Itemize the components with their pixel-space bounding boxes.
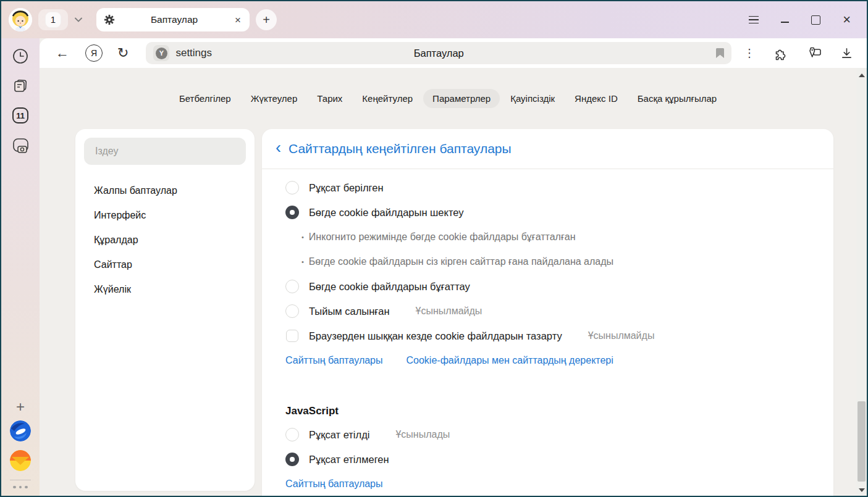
settings-nav-tabs: БетбелгілерЖүктеулерТарихКеңейтулерПарам…	[40, 89, 856, 108]
extensions-puzzle-icon[interactable]	[773, 46, 788, 61]
option-note: Ұсынылады	[395, 429, 450, 440]
radio-unchecked[interactable]	[285, 428, 299, 441]
option-label: Тыйым салынған	[309, 306, 390, 317]
tab-counter-value: 1	[45, 12, 61, 28]
option-note: Ұсынылмайды	[416, 306, 482, 317]
radio-unchecked[interactable]	[285, 304, 299, 318]
option-detail: •Инкогнито режимінде бөгде cookie файлда…	[285, 225, 809, 249]
rail-divider	[10, 480, 31, 480]
refresh-button[interactable]: ↻	[117, 45, 129, 61]
tab-count-text: 11	[16, 111, 25, 120]
page-title[interactable]: Сайттардың кеңейтілген баптаулары	[289, 141, 512, 156]
javascript-options-group: Рұқсат етілдіҰсыныладыРұқсат етілмеген	[285, 422, 809, 472]
titlebar: 1 Баптаулар × +	[1, 1, 867, 38]
nav-tab-5[interactable]: Қауіпсіздік	[501, 89, 564, 108]
nav-tab-7[interactable]: Басқа құрылғылар	[628, 89, 726, 108]
option-label: Рұқсат берілген	[309, 182, 384, 194]
scroll-up-icon[interactable]	[859, 73, 865, 77]
yandex-browser-logo-icon[interactable]	[10, 420, 31, 441]
notes-icon[interactable]	[11, 76, 30, 96]
address-bar[interactable]: Y settings Баптаулар	[146, 42, 731, 64]
radio-option-row[interactable]: Бөгде cookie файлдарын шектеу	[285, 200, 809, 225]
scrollbar-thumb[interactable]	[857, 401, 866, 482]
nav-tab-3[interactable]: Кеңейтулер	[353, 89, 422, 108]
option-detail: •Бөгде cookie файлдарын сіз кірген сайтт…	[285, 249, 809, 274]
bullet-icon: •	[301, 258, 304, 265]
maximize-icon[interactable]	[811, 15, 820, 25]
tab-close-icon[interactable]: ×	[234, 14, 242, 27]
minimize-icon[interactable]	[781, 22, 789, 23]
plus-icon: +	[16, 398, 25, 416]
sidebar-item-0[interactable]: Жалпы баптаулар	[84, 178, 246, 203]
user-avatar[interactable]	[9, 8, 32, 31]
toolbar: ← Я ↻ Y settings Баптаулар ⋮	[40, 38, 867, 68]
gear-icon	[104, 14, 115, 25]
address-bar-page-title: Баптаулар	[146, 48, 731, 59]
radio-option-row[interactable]: Рұқсат етілмеген	[285, 447, 809, 472]
checkbox-option-row[interactable]: Браузерден шыққан кезде cookie файлдарын…	[285, 324, 809, 348]
radio-option-row[interactable]: Рұқсат етілдіҰсынылады	[285, 422, 809, 447]
search-box[interactable]	[84, 138, 246, 165]
back-button[interactable]: ←	[56, 45, 69, 61]
tab-list-chevron-down-icon[interactable]	[70, 12, 86, 28]
all-tabs-badge[interactable]: 11	[11, 106, 30, 125]
downloads-icon[interactable]	[840, 47, 853, 60]
radio-unchecked[interactable]	[285, 280, 299, 293]
side-rail: 11 +	[1, 38, 40, 496]
site-settings-link[interactable]: Сайттың баптаулары	[285, 478, 383, 490]
back-chevron-icon[interactable]: ‹	[276, 140, 281, 156]
cookie-link-1[interactable]: Cookie-файлдары мен сайттардың деректері	[407, 355, 613, 366]
cookie-link-0[interactable]: Сайттың баптаулары	[285, 355, 383, 366]
rail-add-button[interactable]: +	[11, 397, 30, 417]
settings-sidebar: Жалпы баптауларИнтерфейсҚұралдарСайттарЖ…	[75, 129, 255, 491]
active-tab[interactable]: Баптаулар ×	[96, 8, 250, 31]
screenshot-camera-icon[interactable]	[11, 135, 30, 155]
nav-tab-6[interactable]: Яндекс ID	[565, 89, 627, 108]
plus-icon: +	[263, 13, 270, 27]
panel-content: Рұқсат берілгенБөгде cookie файлдарын ше…	[262, 169, 833, 496]
yandex-home-button[interactable]: Я	[85, 44, 103, 62]
window-controls: ×	[749, 13, 851, 27]
radio-option-row[interactable]: Бөгде cookie файлдарын бұғаттау	[285, 274, 809, 299]
bullet-icon: •	[301, 233, 304, 241]
javascript-section-heading: JavaScript	[285, 404, 809, 419]
cookie-links-row: Сайттың баптауларыCookie-файлдары мен са…	[285, 348, 809, 373]
search-input[interactable]	[94, 145, 234, 157]
cookie-options-group: Рұқсат берілгенБөгде cookie файлдарын ше…	[285, 175, 809, 348]
radio-unchecked[interactable]	[285, 181, 299, 194]
close-window-icon[interactable]: ×	[843, 13, 851, 27]
scroll-down-icon[interactable]	[859, 488, 865, 492]
site-favicon-letter: Y	[156, 48, 167, 59]
nav-tab-4-active[interactable]: Параметрлер	[423, 89, 500, 108]
url-text: settings	[175, 47, 212, 59]
sidebar-item-4[interactable]: Жүйелік	[84, 277, 246, 302]
bookmark-flag-icon[interactable]	[716, 48, 724, 58]
radio-checked[interactable]	[285, 453, 299, 466]
radio-option-row[interactable]: Рұқсат берілген	[285, 175, 809, 200]
settings-page: БетбелгілерЖүктеулерТарихКеңейтулерПарам…	[40, 68, 867, 496]
rail-more-icon[interactable]	[13, 486, 28, 489]
browser-window: 1 Баптаулар × +	[0, 0, 868, 497]
sidebar-item-2[interactable]: Құралдар	[84, 228, 246, 253]
more-menu-icon[interactable]: ⋮	[744, 46, 755, 60]
history-clock-icon[interactable]	[11, 46, 30, 66]
tab-counter[interactable]: 1	[38, 9, 68, 30]
option-label: Рұқсат етілмеген	[309, 454, 389, 466]
scrollbar[interactable]	[856, 68, 867, 496]
sidebar-item-1[interactable]: Интерфейс	[84, 203, 246, 228]
new-tab-button[interactable]: +	[256, 9, 277, 30]
hamburger-menu-icon[interactable]	[749, 16, 759, 24]
nav-tab-2[interactable]: Тарих	[308, 89, 352, 108]
sidebar-item-3[interactable]: Сайттар	[84, 253, 246, 277]
site-favicon: Y	[153, 45, 169, 61]
radio-checked[interactable]	[285, 206, 299, 219]
avatar-girl-icon	[9, 8, 32, 31]
toolbar-right-icons: ⋮	[744, 46, 853, 61]
javascript-links-row: Сайттың баптаулары	[285, 472, 809, 496]
radio-option-row[interactable]: Тыйым салынғанҰсынылмайды	[285, 299, 809, 324]
checkbox-unchecked[interactable]	[286, 330, 298, 342]
yandex-mail-logo-icon[interactable]	[10, 450, 31, 471]
nav-tab-1[interactable]: Жүктеулер	[242, 89, 307, 108]
nav-tab-0[interactable]: Бетбелгілер	[170, 89, 240, 108]
collections-icon[interactable]	[806, 46, 822, 61]
